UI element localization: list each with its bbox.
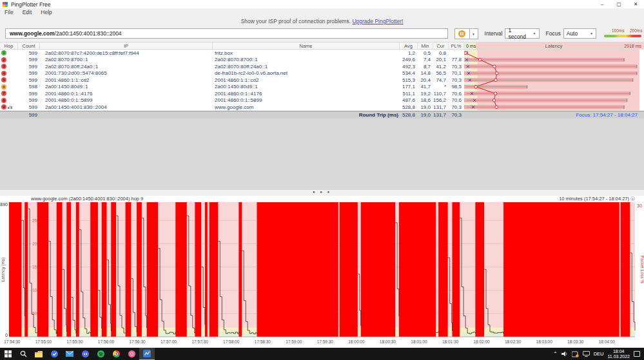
col-cur[interactable]: Cur	[433, 43, 449, 49]
spotify-icon[interactable]	[93, 348, 108, 360]
empty-pane	[0, 118, 644, 190]
toolbar-zone: Show your ISP proof of connection proble…	[0, 16, 644, 42]
col-count[interactable]: Count	[18, 43, 40, 49]
svg-text:17:54:30: 17:54:30	[4, 339, 21, 344]
maximize-button[interactable]: ▢	[610, 0, 627, 8]
hop-count: 599	[18, 50, 40, 56]
roundtrip-avg: 528,8	[400, 112, 418, 118]
pause-button[interactable]	[454, 28, 470, 39]
hop-packet-loss: 98,5	[449, 84, 464, 90]
svg-text:18:04:00: 18:04:00	[599, 339, 616, 344]
interval-label: Interval	[485, 30, 503, 37]
hop-status-icon: 5	[1, 77, 6, 82]
hop-min: 14,8	[418, 70, 433, 76]
svg-text:0: 0	[5, 333, 8, 337]
roundtrip-min: 19,0	[418, 112, 433, 118]
network-icon[interactable]	[583, 351, 590, 357]
window-title: PingPlotter Free	[11, 1, 50, 8]
hop-cur: 110,7	[433, 91, 449, 97]
hop-min: 41,7	[418, 84, 433, 90]
col-min[interactable]: Min	[418, 43, 433, 49]
hop-name: www.google.com	[213, 104, 400, 110]
col-latency[interactable]: 0 ms Latency 2918 ms	[464, 43, 644, 49]
search-icon[interactable]	[15, 348, 31, 360]
hop-status-icon: 8	[1, 98, 6, 103]
hop-name: de-fra01b-rc2-lo0-0.v6.aorta.net	[213, 70, 400, 76]
latency-range-graph[interactable]	[464, 50, 644, 111]
chevron-down-icon[interactable]: ▾	[630, 196, 635, 201]
svg-text:17:56:00: 17:56:00	[98, 339, 115, 344]
menu-edit[interactable]: Edit	[18, 9, 37, 15]
hop-cur: *	[433, 84, 449, 90]
roundtrip-count: 599	[18, 112, 40, 118]
target-input[interactable]: www.google.com / 2a00:1450:4001:830::200…	[5, 28, 448, 39]
hop-status-icon: 3	[1, 64, 6, 69]
col-ip[interactable]: IP	[40, 43, 213, 49]
trace-table: Hop Count IP Name Avg Min Cur PL% 0 ms L…	[0, 42, 644, 118]
hop-min: 18,6	[418, 97, 433, 103]
col-avg[interactable]: Avg	[400, 43, 418, 49]
svg-text:Latency (ms): Latency (ms)	[1, 257, 6, 281]
action-center-icon[interactable]	[634, 351, 640, 357]
taskbar: ⌃ DEU 18:04 11.03.2022	[0, 348, 644, 360]
pink-app-icon[interactable]	[124, 348, 139, 360]
interval-select[interactable]: 1 second ▼	[505, 28, 539, 39]
col-pl[interactable]: PL%	[449, 43, 464, 49]
col-name[interactable]: Name	[213, 43, 400, 49]
mail-icon[interactable]	[62, 348, 77, 360]
hop-name: 2a02:8070:80ff:24a0::1	[213, 64, 400, 70]
tray-app-badge-icon[interactable]	[572, 351, 579, 357]
menu-help[interactable]: Help	[36, 9, 56, 15]
hop-ip: 2a02:8070:87c7:4200:de15:c8ff:fef7:f944	[40, 50, 213, 56]
chart-range-label[interactable]: 10 minutes (17:54:27 - 18:04:27)	[559, 196, 629, 202]
hop-ip: 2001:730:2d00::5474:8065	[40, 70, 213, 76]
explorer-icon[interactable]	[31, 348, 46, 360]
close-button[interactable]: ✕	[627, 0, 644, 8]
latency-scale-min: 0 ms	[466, 44, 476, 48]
hop-count: 599	[18, 104, 40, 110]
table-rows: 15992a02:8070:87c7:4200:de15:c8ff:fef7:f…	[0, 50, 644, 111]
timeline-plot[interactable]: 500 ms1000 ms1500 ms2000 ms2500 ms28900L…	[0, 202, 644, 348]
language-indicator[interactable]: DEU	[594, 351, 604, 357]
hop-min: 7,4	[418, 57, 433, 62]
latency-scale-max: 2918 ms	[624, 44, 641, 48]
hop-status-icon: 7	[1, 91, 6, 96]
hop-cur: 41,2	[433, 64, 449, 70]
hop-avg: 515,3	[400, 77, 418, 83]
pause-dropdown-button[interactable]: ▼	[470, 28, 478, 39]
roundtrip-pl: 70,3	[449, 112, 464, 118]
col-hop[interactable]: Hop	[0, 43, 18, 49]
hop-avg: 528,8	[400, 104, 418, 110]
checkmark-app-icon[interactable]	[46, 348, 62, 360]
chrome-icon[interactable]	[108, 348, 124, 360]
hop-min: 19,0	[418, 104, 433, 110]
svg-text:18:02:00: 18:02:00	[473, 339, 490, 344]
hop-packet-loss: 70,3	[449, 64, 464, 70]
svg-text:18:01:00: 18:01:00	[411, 339, 427, 344]
volume-icon[interactable]	[561, 351, 568, 357]
hop-avg: 177,1	[400, 84, 418, 90]
hop-count: 599	[18, 57, 40, 62]
title-bar: PingPlotter Free – ▢ ✕	[0, 0, 644, 8]
start-icon[interactable]	[0, 348, 15, 360]
tray-chevron-icon[interactable]: ⌃	[553, 351, 557, 357]
svg-text:30: 30	[637, 204, 642, 208]
pingplotter-icon[interactable]	[139, 348, 155, 360]
focus-select[interactable]: Auto ▼	[563, 28, 596, 39]
svg-text:18:00:00: 18:00:00	[348, 339, 365, 344]
discord-icon[interactable]	[77, 348, 93, 360]
hop-count: 599	[18, 77, 40, 83]
upgrade-banner: Show your ISP proof of connection proble…	[0, 18, 644, 24]
menu-file[interactable]: File	[0, 9, 18, 15]
hop-count: 599	[18, 97, 40, 103]
clock[interactable]: 18:04 11.03.2022	[607, 349, 630, 359]
svg-text:18:03:00: 18:03:00	[536, 339, 553, 344]
pane-splitter[interactable]: ● ● ●	[0, 190, 644, 196]
hop-cur: 156,2	[433, 97, 449, 103]
minimize-button[interactable]: –	[594, 0, 610, 8]
focus-value: Auto	[567, 30, 578, 37]
hop-ip: 2001:4860:0:1::5899	[40, 97, 213, 103]
svg-text:17:55:00: 17:55:00	[35, 339, 52, 344]
pingplotter-window: PingPlotter Free – ▢ ✕ File Edit Help Sh…	[0, 0, 644, 360]
upgrade-link[interactable]: Upgrade PingPlotter!	[352, 18, 403, 24]
